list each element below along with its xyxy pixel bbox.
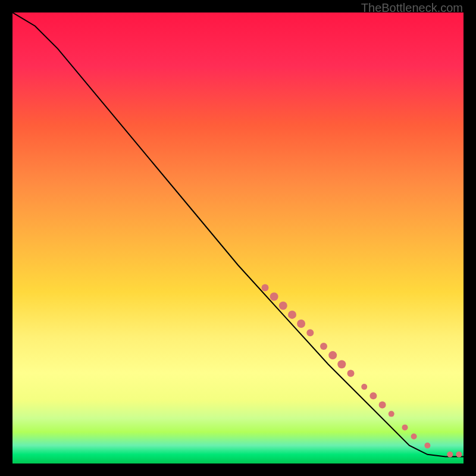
data-point (328, 351, 337, 359)
data-point (262, 284, 269, 291)
data-point (297, 320, 305, 328)
data-point (456, 452, 462, 458)
data-point (306, 329, 314, 336)
data-point (288, 311, 296, 319)
data-point (279, 302, 287, 310)
data-point (424, 443, 430, 449)
data-point (369, 392, 377, 399)
data-point (389, 411, 394, 417)
data-point (337, 360, 346, 368)
chart-container (12, 12, 464, 464)
data-points (12, 12, 464, 464)
data-point (361, 384, 367, 390)
data-point (402, 424, 408, 430)
data-point (320, 343, 327, 350)
data-point (411, 434, 417, 440)
data-point (347, 369, 355, 377)
data-point (270, 293, 278, 301)
data-point (379, 402, 386, 409)
data-point (447, 452, 453, 458)
watermark-text: TheBottleneck.com (361, 1, 463, 15)
